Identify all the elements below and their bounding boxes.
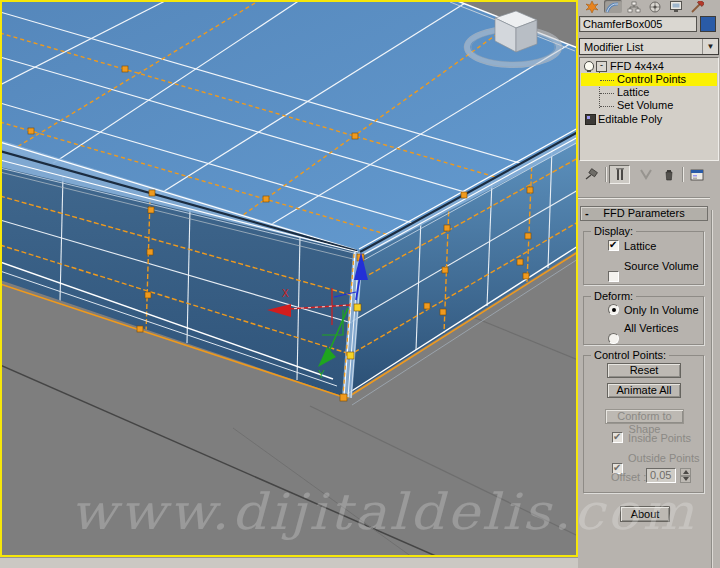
object-name-field[interactable]: ChamferBox005 <box>579 16 697 32</box>
rollout-title: FFD Parameters <box>603 207 684 219</box>
display-icon <box>669 1 683 13</box>
object-color-swatch[interactable] <box>700 16 716 32</box>
offset-field[interactable]: 0,05 <box>646 468 676 483</box>
stack-item-lattice[interactable]: Lattice <box>581 86 717 99</box>
ffd-parameters-rollout-header[interactable]: - FFD Parameters <box>580 206 708 221</box>
source-volume-checkbox[interactable] <box>608 271 619 282</box>
command-panel: ChamferBox005 Modifier List ▼ - FFD 4x4x… <box>578 0 720 568</box>
viewport-canvas: X Y <box>0 0 578 557</box>
make-unique-button[interactable] <box>636 165 657 184</box>
motion-icon <box>648 1 662 13</box>
toolbar-separator <box>682 167 684 182</box>
modifier-on-bulb-icon[interactable] <box>584 61 594 71</box>
stack-item-label: Lattice <box>617 86 649 99</box>
show-end-result-icon <box>614 168 626 181</box>
inside-points-label: Inside Points <box>628 432 691 444</box>
stack-item-editable-poly[interactable]: Editable Poly <box>581 113 717 126</box>
tab-display[interactable] <box>667 0 685 13</box>
tree-branch <box>600 80 614 81</box>
all-vertices-label: All Vertices <box>624 322 678 334</box>
only-in-volume-radio[interactable] <box>608 304 619 315</box>
display-group: Display: ✔ Lattice Source Volume <box>583 231 704 285</box>
max-ui-root: { "icons": {"check": "✔", "chevron_down"… <box>0 0 720 568</box>
stack-item-set-volume[interactable]: Set Volume <box>581 99 717 112</box>
source-volume-checkbox-label: Source Volume <box>624 260 699 272</box>
y-axis-label: Y <box>318 369 325 380</box>
offset-label: Offset : <box>611 471 646 483</box>
pin-stack-icon <box>584 168 599 181</box>
panel-divider <box>578 197 710 199</box>
configure-modifier-sets-icon <box>690 169 704 181</box>
inside-points-checkbox[interactable]: ✔ <box>612 432 623 443</box>
spinner-up-icon[interactable] <box>680 468 691 476</box>
tab-create[interactable] <box>583 0 601 13</box>
reset-button[interactable]: Reset <box>607 363 681 378</box>
tab-utilities[interactable] <box>688 0 706 13</box>
outside-points-label: Outside Points <box>628 452 700 464</box>
tab-motion[interactable] <box>646 0 664 13</box>
object-name-value: ChamferBox005 <box>583 18 663 30</box>
make-unique-icon <box>640 169 653 180</box>
stack-item-control-points[interactable]: Control Points <box>581 73 717 86</box>
remove-modifier-button[interactable] <box>658 165 679 184</box>
create-icon <box>585 1 599 13</box>
chevron-down-icon[interactable]: ▼ <box>702 39 718 54</box>
stack-item-label: Editable Poly <box>598 113 662 126</box>
lattice-checkbox-label: Lattice <box>624 240 656 252</box>
check-icon: ✔ <box>613 431 621 442</box>
modifier-list-label: Modifier List <box>580 41 702 53</box>
modifier-list-dropdown[interactable]: Modifier List ▼ <box>579 38 719 55</box>
x-axis-label: X <box>282 288 289 299</box>
status-bar-strip <box>0 557 578 568</box>
all-vertices-radio[interactable] <box>608 333 619 344</box>
only-in-volume-label: Only In Volume <box>624 304 699 316</box>
deform-group-label: Deform: <box>591 290 636 302</box>
control-points-group: Control Points: Reset Animate All Confor… <box>583 355 704 493</box>
stack-item-label: Set Volume <box>617 99 673 112</box>
stack-item-label: Control Points <box>617 73 686 86</box>
offset-spinner[interactable] <box>680 468 691 483</box>
about-button[interactable]: About <box>620 506 670 522</box>
editable-poly-icon <box>585 114 596 125</box>
deform-group: Deform: Only In Volume All Vertices <box>583 296 704 345</box>
collapse-minus-icon[interactable]: - <box>596 61 607 72</box>
animate-all-button[interactable]: Animate All <box>607 383 681 398</box>
display-group-label: Display: <box>591 225 636 237</box>
perspective-viewport[interactable]: X Y <box>0 0 578 557</box>
rollout-collapse-icon: - <box>585 207 589 220</box>
configure-modifier-sets-button[interactable] <box>686 165 707 184</box>
modify-icon <box>606 1 620 13</box>
spinner-down-icon[interactable] <box>680 476 691 484</box>
utilities-icon <box>690 1 704 13</box>
control-points-group-label: Control Points: <box>591 349 669 361</box>
remove-modifier-icon <box>663 168 675 181</box>
tab-hierarchy[interactable] <box>625 0 643 13</box>
tree-branch <box>600 93 614 94</box>
tab-modify[interactable] <box>604 0 622 13</box>
check-icon: ✔ <box>609 239 617 250</box>
rollout-scroll-gutter[interactable] <box>711 210 713 568</box>
show-end-result-button[interactable] <box>609 165 630 184</box>
stack-item-label: FFD 4x4x4 <box>610 60 664 73</box>
stack-item-ffd[interactable]: - FFD 4x4x4 <box>581 60 717 73</box>
tree-branch <box>600 106 614 107</box>
conform-to-shape-button[interactable]: Conform to Shape <box>605 409 684 424</box>
toolbar-separator <box>605 167 607 182</box>
lattice-checkbox[interactable]: ✔ <box>608 240 619 251</box>
pin-stack-button[interactable] <box>581 165 602 184</box>
hierarchy-icon <box>627 1 641 13</box>
modifier-stack[interactable]: - FFD 4x4x4 Control Points Lattice Set V… <box>579 57 719 161</box>
